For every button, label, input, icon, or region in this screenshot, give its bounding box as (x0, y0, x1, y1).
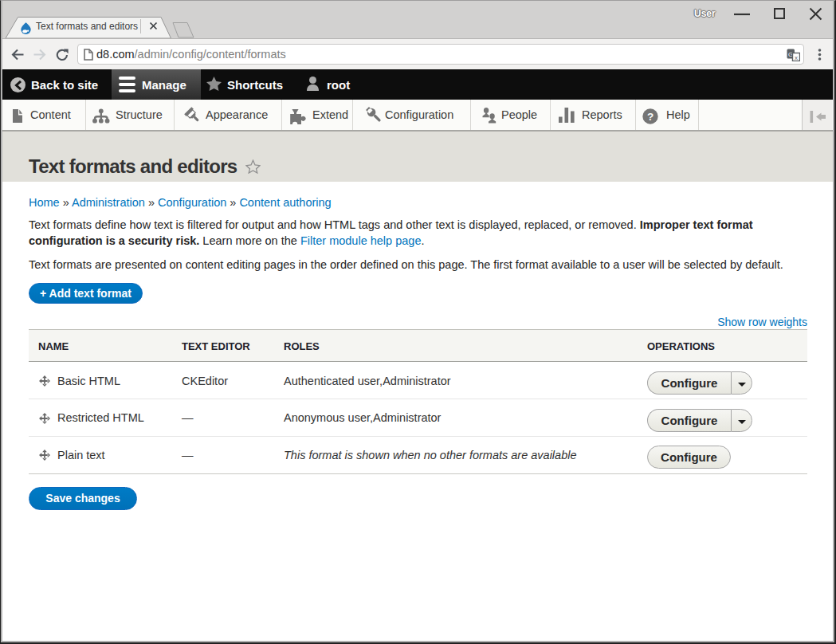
svg-text:?: ? (647, 111, 653, 123)
svg-text:x: x (795, 54, 798, 61)
